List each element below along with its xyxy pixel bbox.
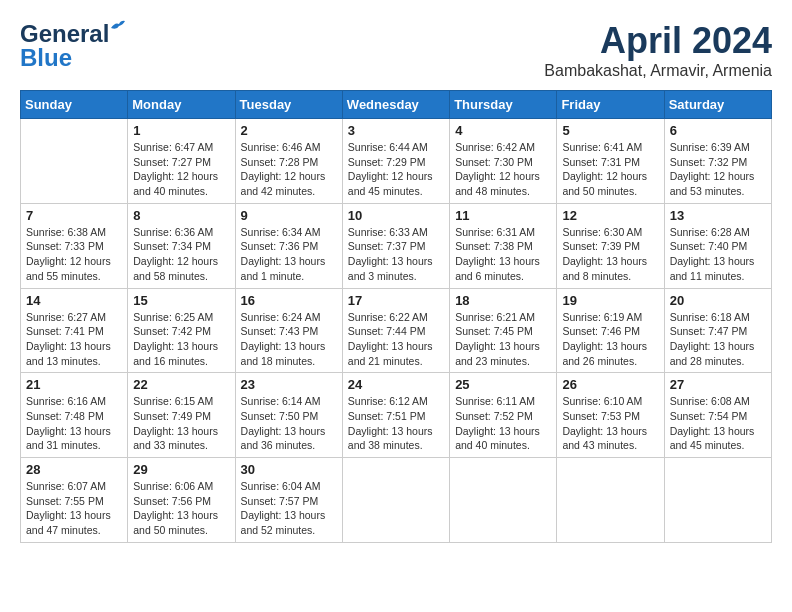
day-info: Sunrise: 6:46 AM Sunset: 7:28 PM Dayligh…	[241, 140, 337, 199]
day-number: 12	[562, 208, 658, 223]
day-number: 29	[133, 462, 229, 477]
title-section: April 2024 Bambakashat, Armavir, Armenia	[544, 20, 772, 80]
day-number: 20	[670, 293, 766, 308]
day-number: 3	[348, 123, 444, 138]
week-row-4: 21Sunrise: 6:16 AM Sunset: 7:48 PM Dayli…	[21, 373, 772, 458]
day-number: 22	[133, 377, 229, 392]
day-number: 9	[241, 208, 337, 223]
logo-blue: Blue	[20, 44, 72, 72]
day-info: Sunrise: 6:47 AM Sunset: 7:27 PM Dayligh…	[133, 140, 229, 199]
day-info: Sunrise: 6:11 AM Sunset: 7:52 PM Dayligh…	[455, 394, 551, 453]
week-row-1: 1Sunrise: 6:47 AM Sunset: 7:27 PM Daylig…	[21, 119, 772, 204]
calendar-cell: 22Sunrise: 6:15 AM Sunset: 7:49 PM Dayli…	[128, 373, 235, 458]
day-info: Sunrise: 6:21 AM Sunset: 7:45 PM Dayligh…	[455, 310, 551, 369]
weekday-header-tuesday: Tuesday	[235, 91, 342, 119]
calendar-cell: 8Sunrise: 6:36 AM Sunset: 7:34 PM Daylig…	[128, 203, 235, 288]
day-number: 1	[133, 123, 229, 138]
logo-general: General	[20, 20, 109, 47]
calendar-cell	[21, 119, 128, 204]
day-info: Sunrise: 6:18 AM Sunset: 7:47 PM Dayligh…	[670, 310, 766, 369]
logo-bird-icon	[109, 18, 127, 36]
calendar-cell: 15Sunrise: 6:25 AM Sunset: 7:42 PM Dayli…	[128, 288, 235, 373]
day-number: 2	[241, 123, 337, 138]
weekday-header-wednesday: Wednesday	[342, 91, 449, 119]
week-row-3: 14Sunrise: 6:27 AM Sunset: 7:41 PM Dayli…	[21, 288, 772, 373]
day-info: Sunrise: 6:28 AM Sunset: 7:40 PM Dayligh…	[670, 225, 766, 284]
calendar-cell: 3Sunrise: 6:44 AM Sunset: 7:29 PM Daylig…	[342, 119, 449, 204]
day-info: Sunrise: 6:33 AM Sunset: 7:37 PM Dayligh…	[348, 225, 444, 284]
weekday-header-row: SundayMondayTuesdayWednesdayThursdayFrid…	[21, 91, 772, 119]
day-info: Sunrise: 6:34 AM Sunset: 7:36 PM Dayligh…	[241, 225, 337, 284]
day-number: 11	[455, 208, 551, 223]
day-info: Sunrise: 6:08 AM Sunset: 7:54 PM Dayligh…	[670, 394, 766, 453]
day-number: 18	[455, 293, 551, 308]
day-number: 17	[348, 293, 444, 308]
calendar-cell: 4Sunrise: 6:42 AM Sunset: 7:30 PM Daylig…	[450, 119, 557, 204]
calendar-cell: 30Sunrise: 6:04 AM Sunset: 7:57 PM Dayli…	[235, 458, 342, 543]
day-info: Sunrise: 6:07 AM Sunset: 7:55 PM Dayligh…	[26, 479, 122, 538]
day-number: 16	[241, 293, 337, 308]
page-header: General Blue April 2024 Bambakashat, Arm…	[20, 20, 772, 80]
day-number: 4	[455, 123, 551, 138]
day-info: Sunrise: 6:31 AM Sunset: 7:38 PM Dayligh…	[455, 225, 551, 284]
calendar-cell: 18Sunrise: 6:21 AM Sunset: 7:45 PM Dayli…	[450, 288, 557, 373]
day-number: 26	[562, 377, 658, 392]
calendar-cell: 26Sunrise: 6:10 AM Sunset: 7:53 PM Dayli…	[557, 373, 664, 458]
day-info: Sunrise: 6:15 AM Sunset: 7:49 PM Dayligh…	[133, 394, 229, 453]
day-info: Sunrise: 6:38 AM Sunset: 7:33 PM Dayligh…	[26, 225, 122, 284]
day-number: 27	[670, 377, 766, 392]
week-row-5: 28Sunrise: 6:07 AM Sunset: 7:55 PM Dayli…	[21, 458, 772, 543]
day-number: 14	[26, 293, 122, 308]
calendar-table: SundayMondayTuesdayWednesdayThursdayFrid…	[20, 90, 772, 543]
day-info: Sunrise: 6:42 AM Sunset: 7:30 PM Dayligh…	[455, 140, 551, 199]
calendar-cell: 5Sunrise: 6:41 AM Sunset: 7:31 PM Daylig…	[557, 119, 664, 204]
day-number: 5	[562, 123, 658, 138]
day-number: 6	[670, 123, 766, 138]
calendar-cell: 24Sunrise: 6:12 AM Sunset: 7:51 PM Dayli…	[342, 373, 449, 458]
calendar-cell: 11Sunrise: 6:31 AM Sunset: 7:38 PM Dayli…	[450, 203, 557, 288]
calendar-cell: 13Sunrise: 6:28 AM Sunset: 7:40 PM Dayli…	[664, 203, 771, 288]
weekday-header-sunday: Sunday	[21, 91, 128, 119]
week-row-2: 7Sunrise: 6:38 AM Sunset: 7:33 PM Daylig…	[21, 203, 772, 288]
day-number: 23	[241, 377, 337, 392]
day-info: Sunrise: 6:22 AM Sunset: 7:44 PM Dayligh…	[348, 310, 444, 369]
calendar-cell: 28Sunrise: 6:07 AM Sunset: 7:55 PM Dayli…	[21, 458, 128, 543]
weekday-header-thursday: Thursday	[450, 91, 557, 119]
calendar-cell: 21Sunrise: 6:16 AM Sunset: 7:48 PM Dayli…	[21, 373, 128, 458]
calendar-cell: 25Sunrise: 6:11 AM Sunset: 7:52 PM Dayli…	[450, 373, 557, 458]
day-info: Sunrise: 6:12 AM Sunset: 7:51 PM Dayligh…	[348, 394, 444, 453]
day-info: Sunrise: 6:41 AM Sunset: 7:31 PM Dayligh…	[562, 140, 658, 199]
weekday-header-friday: Friday	[557, 91, 664, 119]
day-info: Sunrise: 6:16 AM Sunset: 7:48 PM Dayligh…	[26, 394, 122, 453]
calendar-cell: 10Sunrise: 6:33 AM Sunset: 7:37 PM Dayli…	[342, 203, 449, 288]
day-info: Sunrise: 6:36 AM Sunset: 7:34 PM Dayligh…	[133, 225, 229, 284]
day-number: 28	[26, 462, 122, 477]
calendar-cell: 6Sunrise: 6:39 AM Sunset: 7:32 PM Daylig…	[664, 119, 771, 204]
calendar-cell	[557, 458, 664, 543]
weekday-header-saturday: Saturday	[664, 91, 771, 119]
calendar-cell: 19Sunrise: 6:19 AM Sunset: 7:46 PM Dayli…	[557, 288, 664, 373]
calendar-cell: 9Sunrise: 6:34 AM Sunset: 7:36 PM Daylig…	[235, 203, 342, 288]
day-info: Sunrise: 6:14 AM Sunset: 7:50 PM Dayligh…	[241, 394, 337, 453]
day-info: Sunrise: 6:04 AM Sunset: 7:57 PM Dayligh…	[241, 479, 337, 538]
calendar-cell: 16Sunrise: 6:24 AM Sunset: 7:43 PM Dayli…	[235, 288, 342, 373]
day-info: Sunrise: 6:10 AM Sunset: 7:53 PM Dayligh…	[562, 394, 658, 453]
calendar-cell: 2Sunrise: 6:46 AM Sunset: 7:28 PM Daylig…	[235, 119, 342, 204]
day-info: Sunrise: 6:44 AM Sunset: 7:29 PM Dayligh…	[348, 140, 444, 199]
calendar-cell	[342, 458, 449, 543]
calendar-cell: 20Sunrise: 6:18 AM Sunset: 7:47 PM Dayli…	[664, 288, 771, 373]
location-title: Bambakashat, Armavir, Armenia	[544, 62, 772, 80]
day-number: 21	[26, 377, 122, 392]
day-info: Sunrise: 6:24 AM Sunset: 7:43 PM Dayligh…	[241, 310, 337, 369]
calendar-cell: 27Sunrise: 6:08 AM Sunset: 7:54 PM Dayli…	[664, 373, 771, 458]
day-info: Sunrise: 6:25 AM Sunset: 7:42 PM Dayligh…	[133, 310, 229, 369]
calendar-cell	[450, 458, 557, 543]
day-number: 30	[241, 462, 337, 477]
calendar-cell: 1Sunrise: 6:47 AM Sunset: 7:27 PM Daylig…	[128, 119, 235, 204]
calendar-cell: 12Sunrise: 6:30 AM Sunset: 7:39 PM Dayli…	[557, 203, 664, 288]
calendar-cell: 17Sunrise: 6:22 AM Sunset: 7:44 PM Dayli…	[342, 288, 449, 373]
day-info: Sunrise: 6:39 AM Sunset: 7:32 PM Dayligh…	[670, 140, 766, 199]
day-number: 15	[133, 293, 229, 308]
calendar-cell	[664, 458, 771, 543]
day-number: 8	[133, 208, 229, 223]
